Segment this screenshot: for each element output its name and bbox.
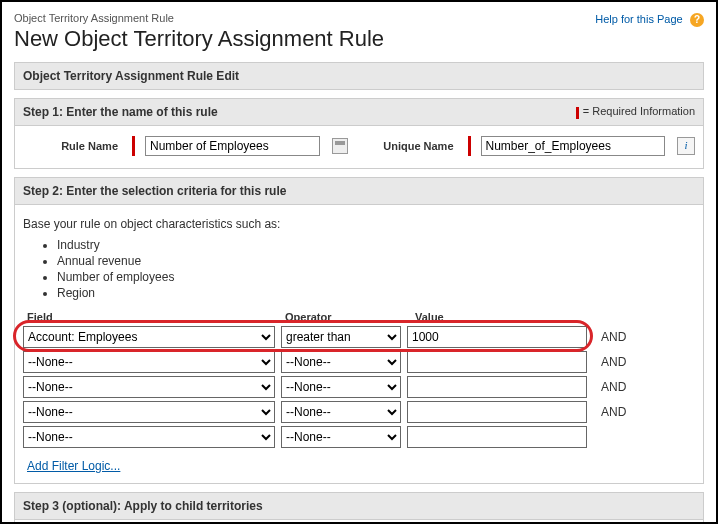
and-label: AND [601,380,626,394]
unique-name-label: Unique Name [364,140,460,152]
list-item: Region [57,285,695,301]
help-icon[interactable]: ? [690,13,704,27]
field-select[interactable]: Account: Employees [23,326,275,348]
criteria-headers: Field Operator Value [23,311,695,323]
value-input[interactable] [407,351,587,373]
list-item: Annual revenue [57,253,695,269]
criteria-row: --None----None--AND [23,376,695,398]
field-header: Field [27,311,285,323]
criteria-row: --None----None-- [23,426,695,448]
operator-select[interactable]: --None-- [281,401,401,423]
criteria-row: --None----None--AND [23,401,695,423]
step1-title: Step 1: Enter the name of this rule [23,105,218,119]
field-select[interactable]: --None-- [23,401,275,423]
and-label: AND [601,355,626,369]
step2-body: Base your rule on object characteristics… [14,205,704,484]
operator-select[interactable]: --None-- [281,376,401,398]
criteria-row: --None----None--AND [23,351,695,373]
field-select[interactable]: --None-- [23,376,275,398]
edit-section-header: Object Territory Assignment Rule Edit [14,62,704,90]
operator-header: Operator [285,311,415,323]
value-input[interactable] [407,326,587,348]
value-input[interactable] [407,401,587,423]
page-subtitle: Object Territory Assignment Rule [14,12,384,24]
base-text: Base your rule on object characteristics… [23,217,695,231]
rule-name-input[interactable] [145,136,320,156]
field-select[interactable]: --None-- [23,351,275,373]
info-icon[interactable]: i [677,137,695,155]
step1-header: Step 1: Enter the name of this rule = Re… [14,98,704,126]
step1-body: Rule Name Unique Name i [14,126,704,169]
operator-select[interactable]: --None-- [281,426,401,448]
characteristics-list: Industry Annual revenue Number of employ… [57,237,695,301]
value-input[interactable] [407,376,587,398]
step3-body: Apply to child territories Applies the r… [14,520,704,524]
step3-header: Step 3 (optional): Apply to child territ… [14,492,704,520]
operator-select[interactable]: greater than [281,326,401,348]
value-input[interactable] [407,426,587,448]
required-bar-icon [468,136,471,156]
unique-name-input[interactable] [481,136,666,156]
criteria-row: Account: Employeesgreater thanAND [23,326,695,348]
help-link[interactable]: Help for this Page [595,13,682,25]
step2-header: Step 2: Enter the selection criteria for… [14,177,704,205]
operator-select[interactable]: --None-- [281,351,401,373]
and-label: AND [601,405,626,419]
required-legend: = Required Information [576,105,695,118]
list-item: Number of employees [57,269,695,285]
add-filter-logic-link[interactable]: Add Filter Logic... [27,459,120,473]
rule-name-label: Rule Name [23,140,124,152]
and-label: AND [601,330,626,344]
disk-icon [332,138,348,154]
value-header: Value [415,311,565,323]
page-title: New Object Territory Assignment Rule [14,26,384,52]
list-item: Industry [57,237,695,253]
required-bar-icon [132,136,135,156]
field-select[interactable]: --None-- [23,426,275,448]
